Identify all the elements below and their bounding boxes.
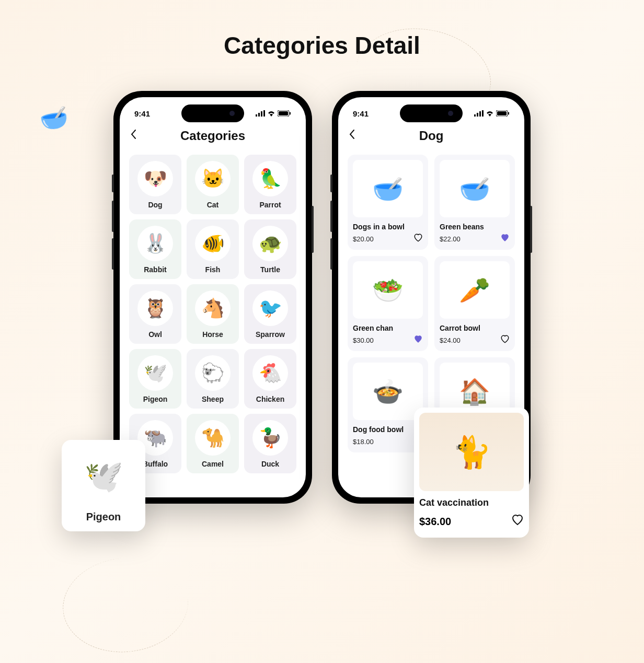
back-button[interactable] <box>130 129 136 143</box>
category-card-camel[interactable]: 🐪Camel <box>187 414 239 473</box>
wifi-icon <box>486 109 494 118</box>
decorative-curve <box>58 552 193 658</box>
category-card-owl[interactable]: 🦉Owl <box>129 284 181 344</box>
callout-category-label: Pigeon <box>68 511 139 523</box>
svg-rect-6 <box>290 112 291 114</box>
callout-product-price: $36.00 <box>419 516 451 528</box>
svg-rect-8 <box>477 113 478 117</box>
sparrow-icon: 🐦 <box>252 290 288 326</box>
rabbit-icon: 🐰 <box>137 226 173 261</box>
svg-rect-3 <box>263 110 265 117</box>
category-card-turtle[interactable]: 🐢Turtle <box>244 219 296 279</box>
category-label: Owl <box>148 330 162 339</box>
favorite-button[interactable] <box>511 514 524 529</box>
category-label: Turtle <box>260 265 280 274</box>
header: Dog <box>338 123 524 152</box>
product-price: $24.00 <box>440 336 461 344</box>
phone-notch <box>400 104 463 122</box>
category-card-dog[interactable]: 🐶Dog <box>129 155 181 214</box>
product-image: 🥣 <box>353 160 423 217</box>
category-card-pigeon[interactable]: 🕊️Pigeon <box>129 349 181 409</box>
phone-frame-categories: 9:41 Categories <box>113 91 312 504</box>
cat-vaccination-image: 🐈 <box>419 413 524 491</box>
product-card[interactable]: 🥣Green beans$22.00 <box>434 155 515 250</box>
category-label: Horse <box>202 330 223 339</box>
fish-icon: 🐠 <box>195 226 231 261</box>
favorite-button[interactable] <box>413 233 423 245</box>
duck-icon: 🦆 <box>252 420 288 456</box>
product-card[interactable]: 🥕Carrot bowl$24.00 <box>434 256 515 351</box>
product-card[interactable]: 🥣Dogs in a bowl$20.00 <box>348 155 428 250</box>
header: Categories <box>120 123 306 152</box>
product-price: $22.00 <box>440 235 461 243</box>
product-price: $18.00 <box>353 438 374 446</box>
pigeon-icon: 🕊️ <box>137 355 173 391</box>
category-label: Sparrow <box>256 330 285 339</box>
phone-notch <box>181 104 244 122</box>
parrot-icon: 🦜 <box>252 161 288 196</box>
category-label: Chicken <box>256 395 284 403</box>
categories-grid: 🐶Dog🐱Cat🦜Parrot🐰Rabbit🐠Fish🐢Turtle🦉Owl🐴H… <box>120 152 306 476</box>
product-name: Green beans <box>440 223 510 231</box>
category-label: Pigeon <box>143 395 168 403</box>
category-card-sparrow[interactable]: 🐦Sparrow <box>244 284 296 344</box>
battery-icon <box>278 109 291 118</box>
category-card-cat[interactable]: 🐱Cat <box>187 155 239 214</box>
product-price: $30.00 <box>353 336 374 344</box>
favorite-button[interactable] <box>500 233 510 245</box>
category-card-parrot[interactable]: 🦜Parrot <box>244 155 296 214</box>
callout-category-card[interactable]: 🕊️ Pigeon <box>62 440 145 531</box>
svg-rect-0 <box>256 114 257 117</box>
product-name: Dog food bowl <box>353 425 423 434</box>
category-label: Cat <box>207 201 219 209</box>
status-time: 9:41 <box>353 109 369 118</box>
svg-rect-13 <box>508 112 509 114</box>
cat-icon: 🐱 <box>195 161 231 196</box>
svg-rect-12 <box>497 111 507 115</box>
category-label: Parrot <box>259 201 281 209</box>
horse-icon: 🐴 <box>195 290 231 326</box>
owl-icon: 🦉 <box>137 290 173 326</box>
product-name: Carrot bowl <box>440 324 510 332</box>
category-card-horse[interactable]: 🐴Horse <box>187 284 239 344</box>
product-price: $20.00 <box>353 235 374 243</box>
svg-rect-5 <box>279 111 288 115</box>
back-button[interactable] <box>349 129 355 143</box>
product-card[interactable]: 🥗Green chan$30.00 <box>348 256 428 351</box>
chicken-icon: 🐔 <box>252 355 288 391</box>
category-card-chicken[interactable]: 🐔Chicken <box>244 349 296 409</box>
svg-rect-9 <box>479 111 481 117</box>
dog-icon: 🐶 <box>137 161 173 196</box>
product-name: Green chan <box>353 324 423 332</box>
category-label: Buffalo <box>143 460 168 468</box>
header-title: Categories <box>130 129 295 143</box>
callout-product-name: Cat vaccination <box>419 497 524 508</box>
product-image: 🍲 <box>353 363 423 420</box>
turtle-icon: 🐢 <box>252 226 288 261</box>
favorite-button[interactable] <box>500 334 510 346</box>
svg-rect-1 <box>258 113 260 117</box>
sheep-icon: 🐑 <box>195 355 231 391</box>
pigeon-icon: 🕊️ <box>75 447 132 505</box>
category-card-duck[interactable]: 🦆Duck <box>244 414 296 473</box>
battery-icon <box>496 109 510 118</box>
category-card-fish[interactable]: 🐠Fish <box>187 219 239 279</box>
favorite-button[interactable] <box>413 334 423 346</box>
category-label: Dog <box>148 201 162 209</box>
category-label: Camel <box>202 460 224 468</box>
category-label: Fish <box>205 265 221 274</box>
svg-rect-10 <box>482 110 484 117</box>
callout-product-card[interactable]: 🐈 Cat vaccination $36.00 <box>414 408 529 538</box>
category-label: Rabbit <box>144 265 167 274</box>
product-image: 🥕 <box>440 261 510 319</box>
svg-rect-7 <box>474 114 476 117</box>
status-time: 9:41 <box>134 109 150 118</box>
category-card-sheep[interactable]: 🐑Sheep <box>187 349 239 409</box>
product-image: 🥣 <box>440 160 510 217</box>
category-label: Duck <box>261 460 279 468</box>
signal-icon <box>256 109 265 118</box>
wifi-icon <box>267 109 275 118</box>
category-card-rabbit[interactable]: 🐰Rabbit <box>129 219 181 279</box>
product-name: Dogs in a bowl <box>353 223 423 231</box>
page-title: Categories Detail <box>0 0 644 60</box>
